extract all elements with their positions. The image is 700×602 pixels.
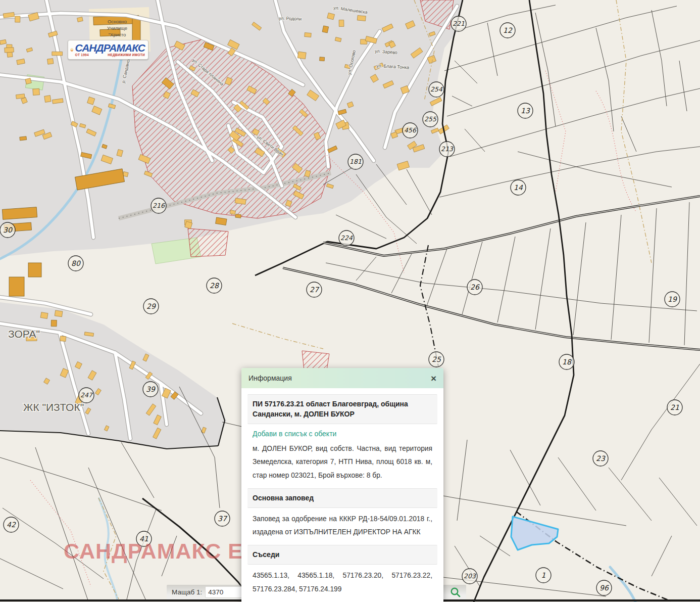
svg-text:96: 96 <box>599 584 609 592</box>
svg-text:30: 30 <box>3 226 13 234</box>
parcel-marker: 14 <box>511 180 526 195</box>
map-application: 2211225413255456213181142242163080282726… <box>0 0 700 602</box>
svg-text:456: 456 <box>404 126 417 134</box>
parcel-marker: 30 <box>0 222 15 238</box>
svg-text:18: 18 <box>562 358 572 366</box>
svg-text:26: 26 <box>470 283 480 291</box>
parcel-marker: 23 <box>593 451 608 466</box>
svg-text:"Христо: "Христо <box>109 32 126 37</box>
popup-title: Информация <box>248 374 292 382</box>
svg-text:Училище: Училище <box>107 25 127 31</box>
parcel-marker: 37 <box>215 511 230 526</box>
agency-logo: САНДРАМАКС ОТ 1994 НЕДВИЖИМИ ИМОТИ <box>68 40 148 60</box>
info-popup-header: Информация × <box>241 368 443 388</box>
svg-text:ЗОРА": ЗОРА" <box>8 328 40 340</box>
svg-text:13: 13 <box>521 107 530 115</box>
svg-text:37: 37 <box>218 515 228 523</box>
parcel-marker: 21 <box>667 400 682 415</box>
svg-text:181: 181 <box>349 158 362 165</box>
svg-text:247: 247 <box>80 391 93 399</box>
scale-label: Мащаб 1: <box>172 588 202 596</box>
scale-input[interactable] <box>205 586 242 598</box>
svg-text:ул. Родопи: ул. Родопи <box>279 16 302 22</box>
neighbors-text: 43565.1.13, 43565.1.18, 57176.23.20, 571… <box>253 569 432 596</box>
parcel-details-text: м. ДОЛЕН БУКОР, вид собств. Частна, вид … <box>253 442 432 483</box>
parcel-marker: 80 <box>68 256 83 271</box>
svg-text:29: 29 <box>146 302 156 310</box>
parcel-marker: 216 <box>151 198 166 213</box>
svg-text:39: 39 <box>146 385 156 393</box>
close-icon[interactable]: × <box>431 374 436 383</box>
parcel-marker: 39 <box>143 382 158 397</box>
parcel-marker: 42 <box>4 517 19 532</box>
parcel-marker: 25 <box>429 352 444 367</box>
svg-text:12: 12 <box>503 26 513 34</box>
parcel-marker: 29 <box>143 299 159 314</box>
parcel-marker: 224 <box>339 230 354 246</box>
svg-text:25: 25 <box>432 355 441 363</box>
parcel-marker: 1 <box>536 568 551 583</box>
svg-text:203: 203 <box>464 572 476 580</box>
svg-text:28: 28 <box>210 282 219 290</box>
svg-text:224: 224 <box>340 234 353 242</box>
order-heading: Основна заповед <box>247 488 437 507</box>
parcel-marker: 13 <box>518 103 533 118</box>
logo-brand-text: САНДРАМАКС <box>75 42 145 53</box>
parcel-marker: 255 <box>423 112 438 127</box>
parcel-marker: 19 <box>665 292 680 307</box>
logo-since-text: ОТ 1994 <box>75 54 89 57</box>
parcel-marker: 213 <box>439 142 455 157</box>
parcel-marker: 221 <box>451 16 466 31</box>
info-popup: Информация × ПИ 57176.23.21 област Благо… <box>241 368 443 602</box>
svg-text:23: 23 <box>596 454 606 462</box>
parcel-marker: 456 <box>403 123 418 138</box>
parcel-marker: 181 <box>348 154 363 169</box>
svg-text:1: 1 <box>541 571 546 579</box>
search-icon <box>450 587 461 598</box>
svg-text:ЖК "ИЗТОК": ЖК "ИЗТОК" <box>23 401 84 413</box>
parcel-marker: 247 <box>79 388 94 403</box>
parcel-marker: 28 <box>207 278 222 293</box>
parcel-marker: 96 <box>596 580 612 595</box>
svg-text:213: 213 <box>441 145 454 153</box>
logo-sun-icon <box>70 43 74 57</box>
parcel-marker: 254 <box>429 82 444 97</box>
svg-text:80: 80 <box>71 259 81 267</box>
svg-text:27: 27 <box>310 286 320 294</box>
order-text: Заповед за одобрение на КККР РД-18-54/09… <box>253 513 432 540</box>
svg-text:42: 42 <box>7 521 16 529</box>
parcel-marker: 12 <box>500 23 515 38</box>
svg-text:21: 21 <box>670 403 679 411</box>
parcel-marker: 27 <box>307 282 322 297</box>
neighbors-heading: Съседи <box>247 545 437 564</box>
svg-text:19: 19 <box>668 295 677 303</box>
svg-text:254: 254 <box>430 85 443 93</box>
svg-text:14: 14 <box>514 183 523 192</box>
svg-text:Основно: Основно <box>108 19 127 24</box>
parcel-marker: 203 <box>462 569 477 584</box>
search-button[interactable] <box>450 587 461 598</box>
svg-text:216: 216 <box>153 202 165 209</box>
parcel-marker: 26 <box>467 280 482 295</box>
svg-text:221: 221 <box>453 20 465 27</box>
logo-tagline-text: НЕДВИЖИМИ ИМОТИ <box>108 54 145 57</box>
add-to-list-link[interactable]: Добави в списък с обекти <box>253 430 432 438</box>
info-popup-body: ПИ 57176.23.21 област Благоевград, общин… <box>241 388 443 602</box>
parcel-heading: ПИ 57176.23.21 област Благоевград, общин… <box>247 394 437 424</box>
parcel-marker: 18 <box>559 354 574 369</box>
svg-text:255: 255 <box>424 115 437 123</box>
